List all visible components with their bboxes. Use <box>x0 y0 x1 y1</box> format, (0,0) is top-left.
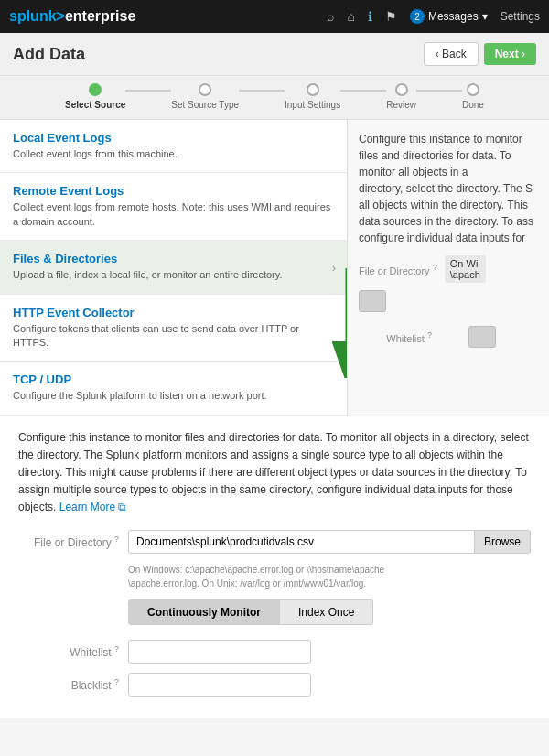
source-files-directories-title: Files & Directories <box>13 252 334 265</box>
messages-badge: 2 <box>410 9 425 24</box>
source-local-event-logs[interactable]: Local Event Logs Collect event logs from… <box>0 120 347 173</box>
step-done: Done <box>462 83 484 110</box>
settings-link[interactable]: Settings <box>501 10 540 23</box>
source-local-event-logs-desc: Collect event logs from this machine. <box>13 147 334 161</box>
file-hint-text: On Windows: c:\apache\apache.error.log o… <box>128 563 531 590</box>
source-tcp-udp[interactable]: TCP / UDP Configure the Splunk platform … <box>0 362 347 415</box>
bottom-desc: Configure this instance to monitor files… <box>18 429 531 517</box>
blacklist-label: Blacklist ? <box>18 677 128 692</box>
source-http-event-collector-desc: Configure tokens that clients can use to… <box>13 322 334 351</box>
header-actions: ‹ Back Next › <box>424 42 536 66</box>
flag-icon[interactable]: ⚑ <box>385 9 397 24</box>
right-browse-placeholder <box>359 290 538 315</box>
step-circle-4 <box>395 83 408 96</box>
step-line-2 <box>239 90 285 92</box>
messages-label: Messages <box>428 10 479 23</box>
source-tcp-udp-desc: Configure the Splunk platform to listen … <box>13 389 334 403</box>
content-wrapper: Local Event Logs Collect event logs from… <box>0 120 549 718</box>
step-circle-1 <box>89 83 102 96</box>
whitelist-input[interactable] <box>128 640 311 664</box>
source-files-directories[interactable]: Files & Directories Upload a file, index… <box>0 241 347 294</box>
top-navigation: splunk>enterprise ⌕ ⌂ ℹ ⚑ 2 Messages ▾ S… <box>0 0 549 33</box>
right-whitelist-label: Whitelist ? <box>359 330 432 344</box>
nav-icons: ⌕ ⌂ ℹ ⚑ 2 Messages ▾ Settings <box>327 9 540 24</box>
step-circle-2 <box>199 83 211 96</box>
whitelist-group: Whitelist ? <box>18 640 531 664</box>
step-review: Review <box>386 83 416 110</box>
monitor-options: Continuously Monitor Index Once <box>128 599 531 625</box>
continuously-monitor-button[interactable]: Continuously Monitor <box>128 599 280 625</box>
steps-bar: Select Source Set Source Type Input Sett… <box>0 76 549 120</box>
page-title: Add Data <box>13 45 85 64</box>
right-panel-intro: Configure this instance to monitor files… <box>359 131 538 246</box>
file-or-directory-group: File or Directory ? Browse <box>18 530 531 554</box>
learn-more-link[interactable]: Learn More ⧉ <box>59 501 127 513</box>
file-or-directory-input[interactable] <box>128 530 475 554</box>
next-button[interactable]: Next › <box>484 43 536 65</box>
info-icon[interactable]: ℹ <box>368 9 372 24</box>
step-label-5: Done <box>462 100 484 110</box>
search-icon[interactable]: ⌕ <box>327 9 334 24</box>
source-remote-event-logs[interactable]: Remote Event Logs Collect event logs fro… <box>0 173 347 241</box>
step-line-3 <box>340 90 386 92</box>
blacklist-group: Blacklist ? <box>18 673 531 697</box>
step-label-4: Review <box>386 100 416 110</box>
right-panel: Configure this instance to monitor files… <box>348 120 549 416</box>
logo: splunk>enterprise <box>9 8 135 25</box>
left-panel: Local Event Logs Collect event logs from… <box>0 120 348 416</box>
step-set-source-type: Set Source Type <box>171 83 239 110</box>
source-files-directories-desc: Upload a file, index a local file, or mo… <box>13 268 334 282</box>
bottom-section: Configure this instance to monitor files… <box>0 416 549 718</box>
panels-row: Local Event Logs Collect event logs from… <box>0 120 549 416</box>
step-circle-5 <box>467 83 479 96</box>
right-field-row: File or Directory ? On Wi \apach <box>359 255 538 283</box>
green-down-arrow-icon <box>320 268 348 378</box>
step-select-source: Select Source <box>65 83 125 110</box>
whitelist-label: Whitelist ? <box>18 644 128 659</box>
source-remote-event-logs-desc: Collect event logs from remote hosts. No… <box>13 200 334 229</box>
file-input-group: Browse <box>128 530 531 554</box>
index-once-button[interactable]: Index Once <box>280 599 373 625</box>
blacklist-input[interactable] <box>128 673 311 697</box>
back-button[interactable]: ‹ Back <box>424 42 479 66</box>
step-label-2: Set Source Type <box>171 100 239 110</box>
step-circle-3 <box>307 83 319 96</box>
file-or-directory-label: File or Directory ? <box>18 535 128 549</box>
browse-button[interactable]: Browse <box>475 530 531 554</box>
step-input-settings: Input Settings <box>285 83 340 110</box>
source-http-event-collector[interactable]: HTTP Event Collector Configure tokens th… <box>0 295 347 362</box>
source-tcp-udp-title: TCP / UDP <box>13 373 334 386</box>
logo-text: splunk>enterprise <box>9 8 135 25</box>
source-local-event-logs-title: Local Event Logs <box>13 131 334 145</box>
right-whitelist-value: __ <box>439 329 461 345</box>
messages-chevron: ▾ <box>482 10 488 23</box>
header-bar: Add Data ‹ Back Next › <box>0 33 549 76</box>
step-line-1 <box>125 90 171 92</box>
step-label-1: Select Source <box>65 100 125 110</box>
right-file-value: On Wi \apach <box>445 255 486 283</box>
activity-icon[interactable]: ⌂ <box>347 9 354 24</box>
right-file-label: File or Directory ? <box>359 263 437 276</box>
step-line-4 <box>416 90 462 92</box>
right-whitelist-row: Whitelist ? __ <box>359 326 538 348</box>
messages-menu[interactable]: 2 Messages ▾ <box>410 9 488 24</box>
source-remote-event-logs-title: Remote Event Logs <box>13 184 334 198</box>
step-label-3: Input Settings <box>285 100 340 110</box>
source-http-event-collector-title: HTTP Event Collector <box>13 306 334 319</box>
